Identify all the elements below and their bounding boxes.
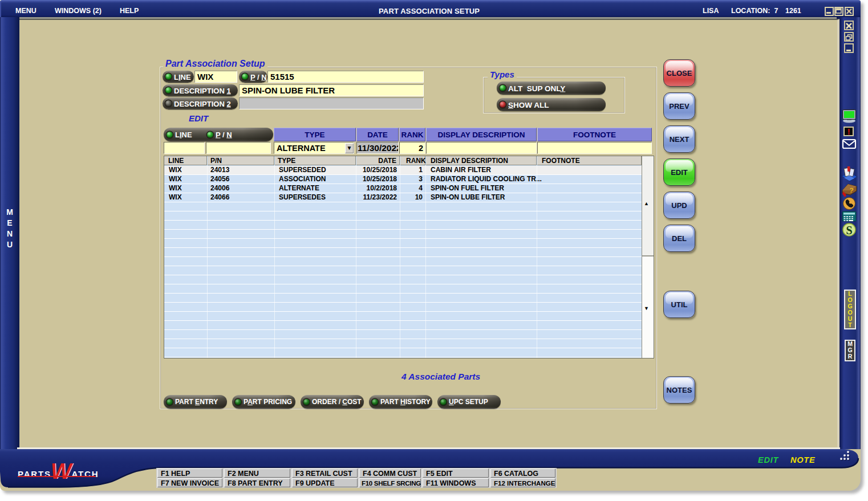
svg-text:S: S — [846, 224, 852, 237]
svg-text:!: ! — [847, 127, 850, 136]
